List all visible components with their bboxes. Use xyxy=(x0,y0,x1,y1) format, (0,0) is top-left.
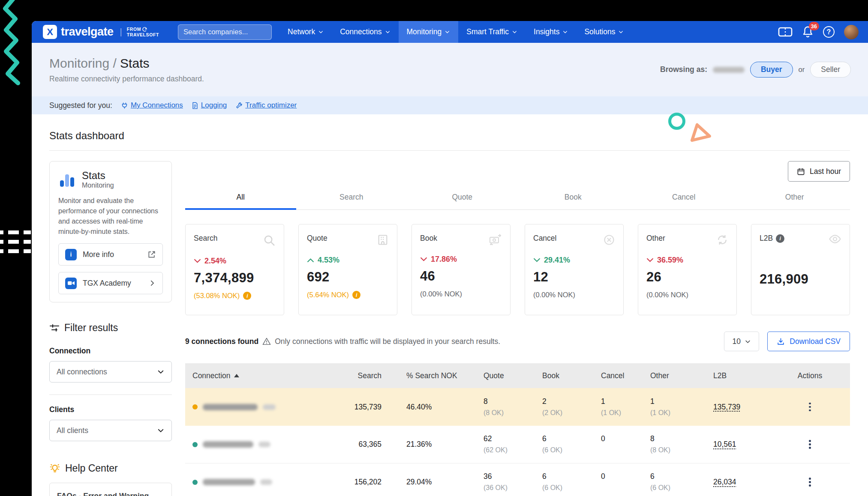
link-my-connections[interactable]: My Connections xyxy=(121,101,183,110)
trend-indicator: 2.54% xyxy=(194,257,276,266)
book-ok: (2 OK) xyxy=(542,409,590,417)
column-header-search-nok[interactable]: % Search NOK xyxy=(382,371,466,380)
tab-all[interactable]: All xyxy=(185,193,296,210)
quote-count: 36 xyxy=(484,472,530,481)
suggested-bar: Suggested for you: My Connections Loggin… xyxy=(32,96,868,114)
navbar-actions: 36 ? xyxy=(778,25,859,39)
dashboard-title: Stats dashboard xyxy=(49,130,850,142)
connection-filter-select[interactable]: All connections xyxy=(49,361,172,382)
column-header-connection[interactable]: Connection xyxy=(185,371,317,380)
metric-value: 12 xyxy=(533,269,615,285)
l2b-value-link[interactable]: 10,561 xyxy=(713,440,736,448)
menu-item-solutions[interactable]: Solutions xyxy=(576,21,632,43)
teal-circle-decoration xyxy=(668,113,685,130)
column-header-book[interactable]: Book xyxy=(530,371,590,380)
left-sidebar: Stats Monitoring Monitor and evaluate th… xyxy=(49,151,172,496)
tab-book[interactable]: Book xyxy=(518,193,629,209)
book-ok: (6 OK) xyxy=(542,446,590,454)
tab-cancel[interactable]: Cancel xyxy=(628,193,739,209)
user-avatar[interactable] xyxy=(844,25,859,39)
column-header-l2b[interactable]: L2B xyxy=(696,371,770,380)
stats-tabs: All Search Quote Book Cancel Other xyxy=(185,193,850,210)
tab-quote[interactable]: Quote xyxy=(407,193,518,209)
suggested-label: Suggested for you: xyxy=(49,101,112,110)
row-actions-menu[interactable] xyxy=(770,478,850,487)
tab-other[interactable]: Other xyxy=(739,193,850,209)
book-count: 6 xyxy=(542,434,590,443)
link-logging[interactable]: Logging xyxy=(192,101,227,110)
chevron-down-icon xyxy=(157,368,165,376)
circle-x-icon xyxy=(603,234,615,246)
info-badge-icon[interactable]: i xyxy=(243,292,251,300)
other-ok: (6 OK) xyxy=(650,484,696,492)
page-title: Stats xyxy=(120,56,149,70)
trend-down-icon xyxy=(194,258,201,264)
search-input[interactable] xyxy=(183,28,266,36)
cancel-ok xyxy=(601,484,644,492)
menu-item-insights[interactable]: Insights xyxy=(526,21,576,43)
breadcrumb-section[interactable]: Monitoring xyxy=(49,56,109,70)
table-row[interactable]: 156,202 29.04% 36(36 OK) 6(6 OK) 0 6(6 O… xyxy=(185,463,850,496)
travelgate-logo[interactable]: X travelgate | FROM TRAVELSOFT xyxy=(43,25,159,39)
tgx-academy-button[interactable]: TGX Academy xyxy=(58,272,163,294)
seller-toggle-button[interactable]: Seller xyxy=(810,62,851,78)
l2b-value-link[interactable]: 135,739 xyxy=(713,403,740,411)
row-actions-menu[interactable] xyxy=(770,440,850,449)
metric-card-book: Book 17.86% 46 (0.00% NOK) xyxy=(411,224,511,315)
l2b-value-link[interactable]: 26,034 xyxy=(713,478,736,486)
stats-card-description: Monitor and evaluate the performance of … xyxy=(58,196,163,237)
trend-indicator: 4.53% xyxy=(307,256,389,265)
column-header-quote[interactable]: Quote xyxy=(466,371,530,380)
menu-item-network[interactable]: Network xyxy=(279,21,332,43)
metric-card-search: Search 2.54% 7,374,899 (53.08% NOK) i xyxy=(185,224,284,315)
link-traffic-optimizer[interactable]: Traffic optimizer xyxy=(235,101,297,110)
browsing-as-label: Browsing as: xyxy=(660,65,707,74)
download-csv-button[interactable]: Download CSV xyxy=(767,332,850,351)
table-row[interactable]: 63,365 21.36% 62(62 OK) 6(6 OK) 0 8(8 OK… xyxy=(185,426,850,463)
notifications-bell-icon[interactable]: 36 xyxy=(802,26,814,38)
metric-value: 7,374,899 xyxy=(194,270,276,286)
page-size-select[interactable]: 10 xyxy=(724,332,759,351)
bar-chart-icon xyxy=(58,171,76,189)
trend-indicator: 17.86% xyxy=(420,255,502,264)
menu-item-monitoring[interactable]: Monitoring xyxy=(399,21,459,43)
other-count: 8 xyxy=(650,434,696,443)
status-dot-ok xyxy=(192,480,198,485)
faq-link-card[interactable]: FAQs - Error and Warning Codes xyxy=(49,483,172,496)
ticket-icon[interactable] xyxy=(778,27,793,37)
page-header: Monitoring / Stats Realtime connectivity… xyxy=(32,43,868,96)
help-icon[interactable]: ? xyxy=(823,26,835,38)
menu-item-smart-traffic[interactable]: Smart Traffic xyxy=(458,21,526,43)
redacted-connection-suffix xyxy=(263,404,276,410)
metric-card-l2b: L2B i 216,909 xyxy=(751,224,850,315)
column-header-other[interactable]: Other xyxy=(644,371,696,380)
quote-count: 8 xyxy=(484,397,530,406)
row-actions-menu[interactable] xyxy=(770,403,850,412)
calendar-icon xyxy=(797,167,805,176)
refresh-icon xyxy=(716,234,728,246)
building-icon xyxy=(377,234,389,246)
payment-icon xyxy=(489,234,502,245)
browsing-as-switch: Browsing as: Buyer or Seller xyxy=(660,62,851,78)
metric-card-cancel: Cancel 29.41% 12 (0.00% NOK) xyxy=(525,224,624,315)
other-ok: (8 OK) xyxy=(650,446,696,454)
clients-filter-select[interactable]: All clients xyxy=(49,420,172,441)
from-travelsoft-label: FROM TRAVELSOFT xyxy=(127,27,159,37)
redacted-connection-name xyxy=(203,479,255,485)
video-camera-icon xyxy=(65,278,77,289)
main-menu: Network Connections Monitoring Smart Tra… xyxy=(279,21,632,43)
column-header-cancel[interactable]: Cancel xyxy=(590,371,644,380)
column-header-search[interactable]: Search xyxy=(317,371,382,380)
more-info-button[interactable]: i More info xyxy=(58,243,163,266)
time-range-button[interactable]: Last hour xyxy=(788,161,850,182)
info-badge-icon[interactable]: i xyxy=(776,234,784,243)
tab-search[interactable]: Search xyxy=(296,193,407,209)
status-dot-ok xyxy=(192,442,198,447)
info-badge-icon[interactable]: i xyxy=(352,291,360,299)
other-count: 6 xyxy=(650,472,696,481)
buyer-toggle-button[interactable]: Buyer xyxy=(750,62,793,78)
cancel-count: 0 xyxy=(601,434,644,443)
cancel-ok xyxy=(601,446,644,454)
menu-item-connections[interactable]: Connections xyxy=(332,21,398,43)
table-row[interactable]: 135,739 46.40% 8(8 OK) 2(2 OK) 1(1 OK) 1… xyxy=(185,388,850,426)
